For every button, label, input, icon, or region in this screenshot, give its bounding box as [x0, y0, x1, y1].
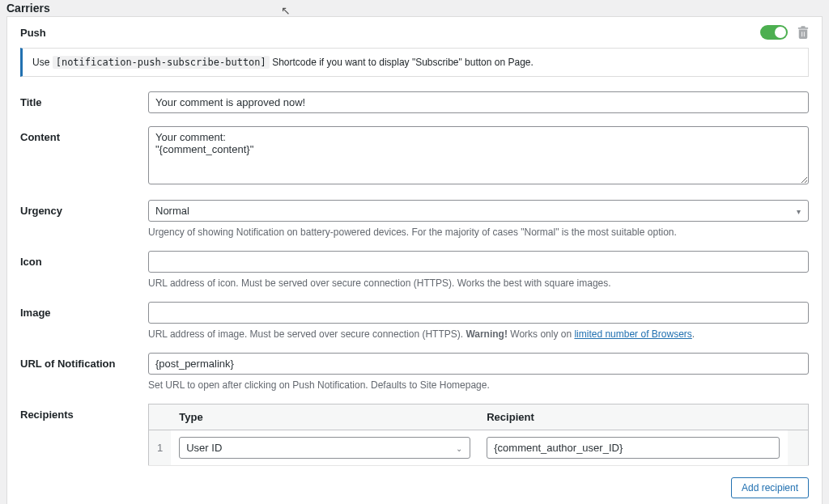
- urgency-help: Urgency of showing Notification on batte…: [148, 227, 809, 238]
- recipient-value-input[interactable]: [487, 437, 779, 459]
- shortcode-info-box: Use [notification-push-subscribe-button]…: [20, 48, 809, 77]
- row-index: 1: [149, 430, 172, 466]
- enable-toggle[interactable]: [760, 25, 788, 40]
- row-action: [788, 430, 809, 466]
- header-actions: [760, 25, 809, 40]
- content-textarea[interactable]: [148, 126, 809, 184]
- header-action: [788, 404, 809, 430]
- table-row: 1 User ID ⌄: [149, 430, 809, 466]
- urgency-select[interactable]: Normal: [148, 200, 809, 222]
- url-input[interactable]: [148, 353, 809, 375]
- recipient-type-select[interactable]: User ID: [179, 437, 470, 459]
- carrier-name: Push: [20, 27, 46, 39]
- info-prefix: Use: [32, 57, 49, 68]
- image-help: URL address of image. Must be served ove…: [148, 328, 809, 340]
- card-header: Push: [20, 25, 809, 40]
- image-input[interactable]: [148, 302, 809, 324]
- recipients-table: Type Recipient 1 User ID ⌄: [148, 404, 809, 466]
- content-label: Content: [20, 126, 148, 143]
- icon-label: Icon: [20, 251, 148, 268]
- trash-icon[interactable]: [797, 26, 809, 39]
- title-label: Title: [20, 91, 148, 108]
- url-label: URL of Notification: [20, 353, 148, 370]
- recipients-label: Recipients: [20, 404, 148, 421]
- browsers-link[interactable]: limited number of Browsers: [574, 328, 691, 340]
- page-title: Carriers: [0, 0, 829, 16]
- title-input[interactable]: [148, 91, 809, 113]
- image-label: Image: [20, 302, 148, 319]
- shortcode-code: [notification-push-subscribe-button]: [53, 56, 270, 69]
- header-type: Type: [171, 404, 478, 430]
- url-help: Set URL to open after clicking on Push N…: [148, 379, 809, 391]
- info-suffix: Shortcode if you want to display "Subscr…: [272, 57, 534, 68]
- carrier-card: Push Use [notification-push-subscribe-bu…: [6, 16, 823, 504]
- icon-input[interactable]: [148, 251, 809, 273]
- header-idx: [149, 404, 172, 430]
- icon-help: URL address of icon. Must be served over…: [148, 277, 809, 289]
- urgency-label: Urgency: [20, 200, 148, 217]
- add-recipient-button[interactable]: Add recipient: [731, 477, 809, 498]
- header-recipient: Recipient: [478, 404, 787, 430]
